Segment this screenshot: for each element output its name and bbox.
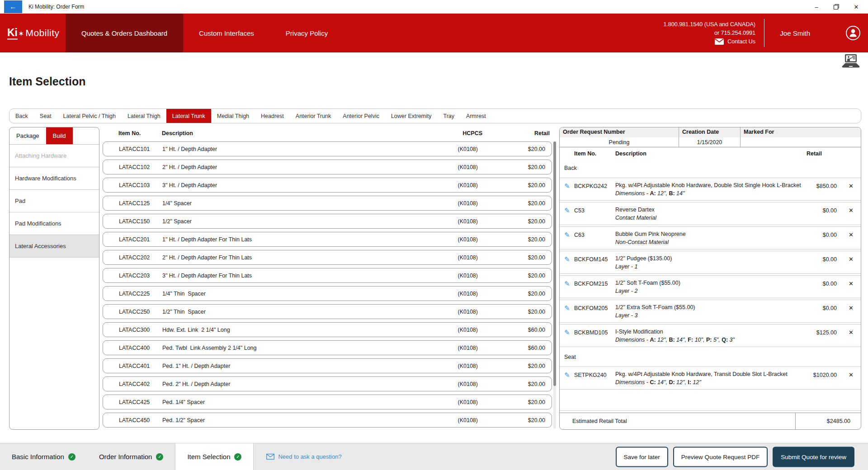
marked-for-header: Marked For	[741, 127, 861, 137]
order-item-description: Reverse Dartex	[615, 207, 809, 213]
remove-item-button[interactable]: ✕	[849, 305, 854, 311]
catalog-row[interactable]: LATACC103 3" Ht. / Depth Adapter (K0108)…	[103, 178, 552, 193]
order-item-detail: Non-Contact Material	[615, 239, 809, 245]
catalog-row[interactable]: LATACC225 1/4" Thin Spacer (K0108) $20.0…	[103, 286, 552, 301]
catalog-row-description: Ped. 2" Ht. / Depth Adapter	[162, 381, 230, 387]
remove-item-button[interactable]: ✕	[849, 183, 854, 189]
close-button[interactable]: ✕	[846, 0, 866, 14]
catalog-row-item-no: LATACC401	[119, 363, 150, 369]
catalog-row[interactable]: LATACC150 1/2" Spacer (K0108) $20.00	[103, 214, 552, 229]
sidebar-item[interactable]: Lateral Accessories	[9, 235, 99, 258]
catalog-row[interactable]: LATACC201 1" Ht. / Depth Adapter For Thi…	[103, 232, 552, 247]
catalog-row[interactable]: LATACC402 Ped. 2" Ht. / Depth Adapter (K…	[103, 376, 552, 391]
category-tab[interactable]: Lateral Thigh	[122, 109, 166, 123]
step-label: Basic Information	[12, 453, 64, 461]
app-nav: Quotes & Orders Dashboard Custom Interfa…	[66, 14, 344, 52]
catalog-row-item-no: LATACC225	[119, 291, 150, 297]
order-item: ✎ C63 Bubble Gum Pink Neoprene Non-Conta…	[560, 231, 861, 245]
remove-item-button[interactable]: ✕	[849, 280, 854, 287]
catalog-row-item-no: LATACC101	[119, 146, 150, 152]
catalog-row-retail: $20.00	[528, 363, 545, 369]
step-tab[interactable]: Order Information ✓	[87, 443, 175, 470]
catalog-row-hcpcs: (K0108)	[458, 200, 478, 207]
edit-item-button[interactable]: ✎	[564, 329, 570, 337]
step-tab[interactable]: Item Selection ✓	[175, 443, 254, 470]
remove-item-button[interactable]: ✕	[849, 329, 854, 336]
order-item-retail: $0.00	[823, 207, 837, 214]
sidebar-item[interactable]: Pad	[9, 190, 99, 212]
nav-item[interactable]: Privacy Policy	[270, 14, 344, 52]
catalog-row[interactable]: LATACC101 1" Ht. / Depth Adapter (K0108)…	[103, 141, 552, 156]
back-button[interactable]: ←	[4, 0, 22, 13]
category-tab[interactable]: Seat	[34, 109, 57, 123]
category-tab[interactable]: Anterior Pelvic	[337, 109, 385, 123]
catalog-row[interactable]: LATACC125 1/4" Spacer (K0108) $20.00	[103, 196, 552, 211]
category-tab[interactable]: Tray	[438, 109, 461, 123]
catalog-row[interactable]: LATACC102 2" Ht. / Depth Adapter (K0108)…	[103, 160, 552, 174]
sidebar-tab[interactable]: Package	[9, 127, 46, 144]
remove-item-button[interactable]: ✕	[849, 207, 854, 214]
order-item-row: ✎ BCKPKG242 Pkg. w/4Pt Adjustable Knob H…	[560, 178, 861, 201]
sidebar-item-label: Attaching Hardware	[15, 152, 66, 159]
nav-item[interactable]: Custom Interfaces	[183, 14, 270, 52]
step-tab[interactable]: Basic Information ✓	[0, 443, 87, 470]
edit-item-button[interactable]: ✎	[564, 371, 570, 379]
category-tab[interactable]: Anterior Trunk	[290, 109, 337, 123]
save-for-later-button[interactable]: Save for later	[616, 446, 668, 467]
remove-item-button[interactable]: ✕	[849, 371, 854, 378]
category-tab-label: Armrest	[466, 113, 486, 119]
submit-quote-button[interactable]: Submit Quote for review	[773, 446, 854, 467]
catalog-row[interactable]: LATACC202 2" Ht. / Depth Adapter For Thi…	[103, 250, 552, 265]
nav-item[interactable]: Quotes & Orders Dashboard	[66, 14, 183, 52]
creation-date-header: Creation Date	[679, 127, 741, 137]
catalog-row-description: 1" Ht. / Depth Adapter	[162, 146, 217, 152]
category-tab-label: Lateral Thigh	[127, 113, 160, 119]
scrollbar-track[interactable]	[553, 141, 556, 429]
catalog-row[interactable]: LATACC250 1/2" Thin Spacer (K0108) $20.0…	[103, 304, 552, 319]
category-tab[interactable]: Headrest	[255, 109, 290, 123]
order-item-description: 1/2" Extra Soft T-Foam ($55.00)	[615, 304, 809, 310]
catalog-row-retail: $60.00	[528, 327, 545, 333]
estimated-total-value: $2485.00	[827, 418, 850, 424]
minimize-button[interactable]: –	[807, 0, 826, 14]
catalog-row[interactable]: LATACC450 Ped. 1/2" Spacer (K0108) $20.0…	[103, 413, 552, 428]
catalog-row-hcpcs: (K0108)	[458, 218, 478, 225]
order-item: ✎ BCKBMD105 I-Style Modification Dimensi…	[560, 329, 861, 343]
sidebar-item[interactable]: Pad Modifications	[9, 212, 99, 235]
edit-item-button[interactable]: ✎	[564, 280, 570, 288]
edit-item-button[interactable]: ✎	[564, 231, 570, 239]
catalog-row[interactable]: LATACC300 Hdw. Ext. Link 2 1/4" Long (K0…	[103, 322, 552, 337]
sidebar-tab[interactable]: Build	[46, 127, 73, 144]
presentation-button[interactable]	[841, 54, 861, 70]
catalog-row[interactable]: LATACC400 Ped. Twbl Link Assembly 2 1/4"…	[103, 340, 552, 355]
ask-question-link[interactable]: Need to ask a question?	[266, 443, 341, 470]
order-item: ✎ BCKFOM215 1/2" Soft T-Foam ($55.00) La…	[560, 280, 861, 294]
catalog-row[interactable]: LATACC203 3" Ht. / Depth Adapter For Thi…	[103, 268, 552, 283]
remove-item-button[interactable]: ✕	[849, 256, 854, 263]
category-tab[interactable]: Lateral Trunk	[166, 109, 211, 123]
header-contact-block: 1.800.981.1540 (USA and CANADA) or 715.2…	[663, 14, 755, 52]
category-tab[interactable]: Lateral Pelvic / Thigh	[57, 109, 122, 123]
edit-item-button[interactable]: ✎	[564, 304, 570, 312]
step-list: Basic Information ✓ Order Information ✓ …	[0, 443, 254, 470]
account-button[interactable]	[845, 25, 861, 41]
remove-item-button[interactable]: ✕	[849, 231, 854, 238]
scrollbar-thumb[interactable]	[553, 141, 556, 386]
catalog-row-description: Ped. 1/2" Spacer	[162, 417, 205, 423]
category-tab[interactable]: Medial Thigh	[211, 109, 255, 123]
window-title: Ki Mobility: Order Form	[28, 0, 84, 14]
category-tab[interactable]: Back	[9, 109, 34, 123]
preview-quote-pdf-button[interactable]: Preview Quote Request PDF	[673, 446, 768, 467]
edit-item-button[interactable]: ✎	[564, 255, 570, 263]
catalog-row[interactable]: LATACC401 Ped. 1" Ht. / Depth Adapter (K…	[103, 358, 552, 373]
edit-item-button[interactable]: ✎	[564, 182, 570, 190]
contact-us-link[interactable]: Contact Us	[715, 38, 755, 45]
edit-item-button[interactable]: ✎	[564, 207, 570, 215]
order-item-no: BCKFOM145	[574, 256, 608, 263]
sidebar-item[interactable]: Attaching Hardware	[9, 145, 99, 167]
sidebar-item[interactable]: Hardware Modifications	[9, 167, 99, 190]
catalog-row[interactable]: LATACC425 Ped. 1/4" Spacer (K0108) $20.0…	[103, 395, 552, 409]
category-tab[interactable]: Lower Extremity	[385, 109, 438, 123]
category-tab[interactable]: Armrest	[460, 109, 492, 123]
restore-button[interactable]	[826, 0, 846, 14]
